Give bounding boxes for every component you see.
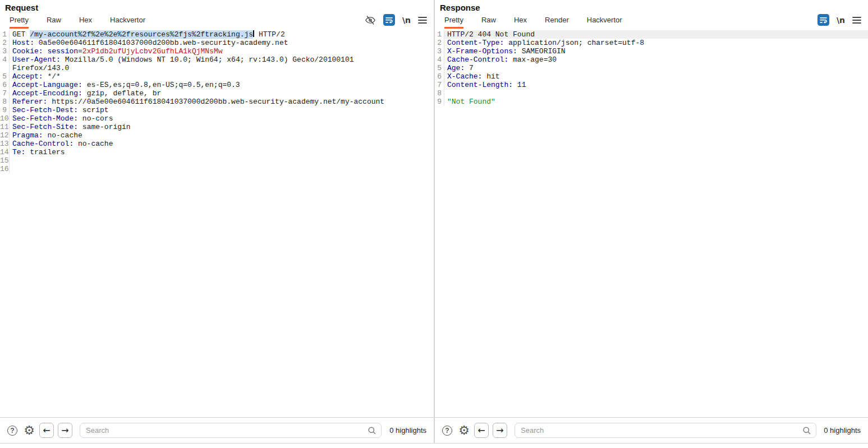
newline-icon[interactable]: \n (837, 14, 845, 26)
code-line: 4User-Agent: Mozilla/5.0 (Windows NT 10.… (0, 56, 434, 72)
line-content (10, 165, 434, 173)
line-content: Content-Length: 11 (444, 81, 868, 89)
statusbar-icons-slot: ?⚙←→ (6, 423, 76, 438)
request-panel-title: Request (0, 0, 434, 14)
search-input[interactable] (520, 426, 802, 435)
wrap-icon[interactable] (818, 14, 829, 26)
eye-off-icon[interactable] (365, 14, 376, 26)
line-number: 2 (435, 39, 444, 47)
code-line: 7Accept-Encoding: gzip, deflate, br (0, 89, 434, 98)
request-toolbar: \n (365, 14, 427, 29)
response-editor[interactable]: 1HTTP/2 404 Not Found2Content-Type: appl… (435, 29, 868, 417)
tab-raw[interactable]: Raw (47, 16, 61, 29)
code-line: 15 (0, 156, 434, 165)
response-tabs: PrettyRawHexRenderHackvertor (444, 16, 622, 29)
menu-icon[interactable] (852, 14, 861, 26)
line-content: Te: trailers (10, 148, 434, 156)
code-line: 1HTTP/2 404 Not Found (435, 30, 868, 39)
line-content: User-Agent: Mozilla/5.0 (Windows NT 10.0… (10, 56, 434, 72)
line-content (10, 156, 434, 165)
line-number: 9 (435, 98, 444, 106)
line-number: 6 (435, 72, 444, 81)
line-content: Cache-Control: max-age=30 (444, 56, 868, 64)
search-icon[interactable] (802, 426, 811, 435)
line-content: Pragma: no-cache (10, 131, 434, 140)
line-content: Host: 0a5e00e604611f618041037000d200bb.w… (10, 39, 434, 47)
line-content: Accept-Language: es-ES,es;q=0.8,en-US;q=… (10, 81, 434, 89)
code-line: 5Age: 7 (435, 64, 868, 72)
line-content: Sec-Fetch-Dest: script (10, 106, 434, 114)
code-line: 13Cache-Control: no-cache (0, 140, 434, 148)
line-number: 1 (435, 30, 444, 39)
menu-icon[interactable] (418, 14, 427, 26)
line-number: 3 (435, 47, 444, 56)
line-content: Sec-Fetch-Mode: no-cors (10, 114, 434, 123)
search-input[interactable] (85, 426, 368, 435)
line-number: 16 (0, 165, 10, 173)
line-number: 7 (0, 89, 10, 98)
line-number: 13 (0, 140, 10, 148)
line-number: 3 (0, 47, 10, 56)
request-editor[interactable]: 1GET /my-account%2f%2e%2e%2fresources%2f… (0, 29, 434, 417)
response-search-bar: ?⚙←→ 0 highlights (435, 417, 868, 443)
line-content: Referer: https://0a5e00e604611f618041037… (10, 98, 434, 106)
help-icon[interactable]: ? (440, 424, 454, 437)
search-prev-button[interactable]: ← (474, 423, 489, 438)
code-line: 9Sec-Fetch-Dest: script (0, 106, 434, 114)
response-toolbar: \n (818, 14, 861, 29)
tab-hackvertor[interactable]: Hackvertor (110, 16, 145, 29)
code-line: 8Referer: https://0a5e00e604611f61804103… (0, 98, 434, 106)
highlights-count: 0 highlights (389, 426, 428, 435)
line-number: 8 (435, 89, 444, 98)
newline-icon[interactable]: \n (402, 14, 411, 26)
line-content: Cookie: session=2xP1db2ufUjyLcbv2GufhLA1… (10, 47, 434, 56)
line-number: 5 (0, 72, 10, 81)
line-number: 4 (0, 56, 10, 72)
line-number: 1 (0, 30, 10, 39)
line-number: 2 (0, 39, 10, 47)
tab-raw[interactable]: Raw (481, 16, 496, 29)
response-search-box (515, 423, 816, 438)
line-number: 4 (435, 56, 444, 64)
request-tabs: PrettyRawHexHackvertor (10, 16, 145, 29)
code-line: 5Accept: */* (0, 72, 434, 81)
code-line: 6X-Cache: hit (435, 72, 868, 81)
line-content: GET /my-account%2f%2e%2e%2fresources%2fj… (10, 30, 434, 39)
code-line: 3Cookie: session=2xP1db2ufUjyLcbv2GufhLA… (0, 47, 434, 56)
tab-pretty[interactable]: Pretty (444, 16, 463, 29)
wrap-icon[interactable] (383, 14, 395, 26)
response-panel: Response PrettyRawHexRenderHackvertor \n… (435, 0, 868, 443)
code-line: 16 (0, 165, 434, 173)
tab-hex[interactable]: Hex (514, 16, 527, 29)
line-number: 11 (0, 123, 10, 131)
code-line: 3X-Frame-Options: SAMEORIGIN (435, 47, 868, 56)
search-prev-button[interactable]: ← (39, 423, 54, 438)
line-content: Accept: */* (10, 72, 434, 81)
http-message-viewer: Request PrettyRawHexHackvertor \n 1GET /… (0, 0, 868, 444)
search-next-button[interactable]: → (58, 423, 72, 438)
tab-hex[interactable]: Hex (79, 16, 92, 29)
line-content: "Not Found" (444, 98, 868, 106)
tab-hackvertor[interactable]: Hackvertor (587, 16, 622, 29)
code-line: 9"Not Found" (435, 98, 868, 106)
tab-render[interactable]: Render (545, 16, 569, 29)
gear-icon[interactable]: ⚙ (457, 424, 471, 437)
code-line: 4Cache-Control: max-age=30 (435, 56, 868, 64)
tab-pretty[interactable]: Pretty (10, 16, 29, 29)
code-line: 1GET /my-account%2f%2e%2e%2fresources%2f… (0, 30, 434, 39)
help-icon[interactable]: ? (6, 424, 19, 437)
search-icon[interactable] (368, 426, 376, 435)
code-line: 2Host: 0a5e00e604611f618041037000d200bb.… (0, 39, 434, 47)
line-content: Age: 7 (444, 64, 868, 72)
gear-icon[interactable]: ⚙ (22, 424, 36, 437)
request-search-bar: ?⚙←→ 0 highlights (0, 417, 434, 443)
highlights-count: 0 highlights (824, 426, 862, 435)
code-line: 2Content-Type: application/json; charset… (435, 39, 868, 47)
request-search-box (80, 423, 382, 438)
statusbar-icons-slot: ?⚙←→ (440, 423, 511, 438)
line-content: Content-Type: application/json; charset=… (444, 39, 868, 47)
search-next-button[interactable]: → (493, 423, 507, 438)
line-number: 14 (0, 148, 10, 156)
line-content: Sec-Fetch-Site: same-origin (10, 123, 434, 131)
line-number: 10 (0, 114, 10, 123)
